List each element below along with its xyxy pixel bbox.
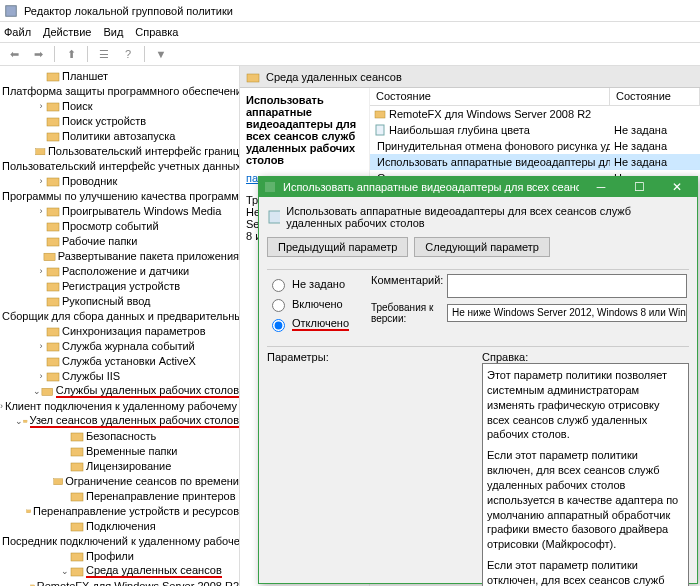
tree-node[interactable]: Политики автозапуска xyxy=(0,128,239,143)
help-button[interactable]: ? xyxy=(118,44,138,64)
svg-rect-24 xyxy=(23,420,27,423)
tree-node[interactable]: ›Службы IIS xyxy=(0,368,239,383)
view-list-button[interactable]: ☰ xyxy=(94,44,114,64)
policy-tree[interactable]: ПланшетПлатформа защиты программного обе… xyxy=(0,66,240,586)
tree-node[interactable]: Рабочие папки xyxy=(0,233,239,248)
tree-node[interactable]: Сборщик для сбора данных и предварительн… xyxy=(0,308,239,323)
tree-node[interactable]: ›Поиск xyxy=(0,98,239,113)
opt-enabled[interactable]: Включено xyxy=(267,294,357,314)
tree-node[interactable]: Временные папки xyxy=(0,443,239,458)
breadcrumb-label: Среда удаленных сеансов xyxy=(266,71,402,83)
svg-rect-0 xyxy=(6,5,17,16)
setting-row[interactable]: RemoteFX для Windows Server 2008 R2 xyxy=(370,106,700,122)
tree-node[interactable]: Просмотр событий xyxy=(0,218,239,233)
dialog-subtitle: Использовать аппаратные видеоадаптеры дл… xyxy=(286,205,689,229)
svg-rect-20 xyxy=(47,358,59,366)
opt-disabled[interactable]: Отключено xyxy=(267,314,357,334)
tree-node[interactable]: Перенаправление принтеров xyxy=(0,488,239,503)
menu-help[interactable]: Справка xyxy=(135,26,178,38)
svg-rect-5 xyxy=(47,133,59,141)
col-name[interactable]: Состояние xyxy=(370,88,610,105)
forward-button[interactable]: ➡ xyxy=(28,44,48,64)
window-titlebar: Редактор локальной групповой политики xyxy=(0,0,700,22)
req-field: Не ниже Windows Server 2012, Windows 8 и… xyxy=(447,304,687,322)
menu-file[interactable]: Файл xyxy=(4,26,31,38)
tree-node[interactable]: ›Проигрыватель Windows Media xyxy=(0,203,239,218)
tree-node[interactable]: Пользовательский интерфейс учетных данны… xyxy=(0,158,239,173)
tree-node[interactable]: ›Клиент подключения к удаленному рабочем… xyxy=(0,398,239,413)
svg-rect-8 xyxy=(47,178,59,186)
svg-rect-56 xyxy=(265,182,275,192)
setting-row[interactable]: Наибольшая глубина цветаНе задана xyxy=(370,122,700,138)
tree-node[interactable]: Ограничение сеансов по времени xyxy=(0,473,239,488)
comment-field[interactable] xyxy=(447,274,687,298)
dialog-title: Использовать аппаратные видеоадаптеры дл… xyxy=(283,181,579,193)
menu-view[interactable]: Вид xyxy=(103,26,123,38)
tree-node[interactable]: ⌄Среда удаленных сеансов xyxy=(0,563,239,578)
tree-node[interactable]: Платформа защиты программного обеспечени… xyxy=(0,83,239,98)
svg-rect-29 xyxy=(71,493,83,501)
tree-node[interactable]: Перенаправление устройств и ресурсов xyxy=(0,503,239,518)
opt-notset[interactable]: Не задано xyxy=(267,274,357,294)
svg-rect-11 xyxy=(47,223,59,231)
filter-button[interactable]: ▼ xyxy=(151,44,171,64)
svg-rect-18 xyxy=(47,328,59,336)
params-label: Параметры: xyxy=(267,351,474,363)
policy-dialog: Использовать аппаратные видеоадаптеры дл… xyxy=(258,176,698,584)
svg-rect-13 xyxy=(44,253,55,260)
svg-rect-3 xyxy=(47,103,59,111)
tree-node[interactable]: Лицензирование xyxy=(0,458,239,473)
svg-rect-25 xyxy=(71,433,83,441)
tree-node[interactable]: Программы по улучшению качества программ… xyxy=(0,188,239,203)
tree-node[interactable]: Безопасность xyxy=(0,428,239,443)
up-button[interactable]: ⬆ xyxy=(61,44,81,64)
svg-rect-33 xyxy=(71,553,83,561)
tree-node[interactable]: ›Расположение и датчики xyxy=(0,263,239,278)
tree-node[interactable]: Планшет xyxy=(0,68,239,83)
setting-row[interactable]: Использовать аппаратные видеоадаптеры дл… xyxy=(370,154,700,170)
tree-node[interactable]: Профили xyxy=(0,548,239,563)
next-setting-button[interactable]: Следующий параметр xyxy=(414,237,550,257)
dialog-icon xyxy=(263,180,277,194)
col-state[interactable]: Состояние xyxy=(610,88,700,105)
tree-node[interactable]: ›Проводник xyxy=(0,173,239,188)
svg-rect-1 xyxy=(47,73,59,81)
tree-node[interactable]: Посредник подключений к удаленному рабоч… xyxy=(0,533,239,548)
back-button[interactable]: ⬅ xyxy=(4,44,24,64)
svg-rect-28 xyxy=(53,478,62,484)
tree-node[interactable]: Синхронизация параметров xyxy=(0,323,239,338)
svg-rect-15 xyxy=(47,283,59,291)
tree-node[interactable]: ⌄Узел сеансов удаленных рабочих столов xyxy=(0,413,239,428)
prev-setting-button[interactable]: Предыдущий параметр xyxy=(267,237,408,257)
svg-rect-6 xyxy=(36,148,45,154)
close-button[interactable]: ✕ xyxy=(661,177,693,197)
svg-rect-49 xyxy=(376,125,384,135)
tree-node[interactable]: Поиск устройств xyxy=(0,113,239,128)
toolbar: ⬅ ➡ ⬆ ☰ ? ▼ xyxy=(0,42,700,66)
tree-node[interactable]: Подключения xyxy=(0,518,239,533)
svg-rect-57 xyxy=(269,211,280,223)
svg-rect-21 xyxy=(47,373,59,381)
tree-node[interactable]: ›Служба журнала событий xyxy=(0,338,239,353)
maximize-button[interactable]: ☐ xyxy=(623,177,655,197)
menu-action[interactable]: Действие xyxy=(43,26,91,38)
desc-heading: Использовать аппаратные видеоадаптеры дл… xyxy=(246,94,363,166)
svg-rect-12 xyxy=(47,238,59,246)
svg-rect-30 xyxy=(26,509,30,512)
dialog-titlebar: Использовать аппаратные видеоадаптеры дл… xyxy=(259,177,697,197)
tree-node[interactable]: Рукописный ввод xyxy=(0,293,239,308)
tree-node[interactable]: Развертывание пакета приложения xyxy=(0,248,239,263)
setting-row[interactable]: Принудительная отмена фонового рисунка у… xyxy=(370,138,700,154)
tree-node[interactable]: Пользовательский интерфейс границ xyxy=(0,143,239,158)
svg-rect-26 xyxy=(71,448,83,456)
minimize-button[interactable]: ─ xyxy=(585,177,617,197)
help-text[interactable]: Этот параметр политики позволяет системн… xyxy=(482,363,689,586)
tree-node[interactable]: RemoteFX для Windows Server 2008 R2 xyxy=(0,578,239,586)
menubar: Файл Действие Вид Справка xyxy=(0,22,700,42)
tree-node[interactable]: ⌄Службы удаленных рабочих столов xyxy=(0,383,239,398)
tree-node[interactable]: Регистрация устройств xyxy=(0,278,239,293)
req-label: Требования к версии: xyxy=(371,302,441,324)
tree-node[interactable]: Служба установки ActiveX xyxy=(0,353,239,368)
comment-label: Комментарий: xyxy=(371,274,441,298)
svg-rect-16 xyxy=(47,298,59,306)
